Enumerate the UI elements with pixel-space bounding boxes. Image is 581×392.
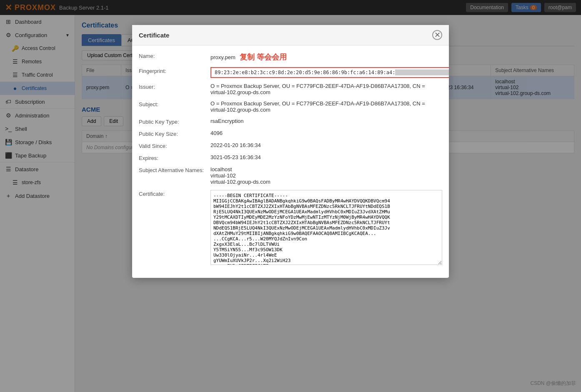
field-fingerprint-value: 89:23:2e:e8:b2:3c:c9:8d:2e:20:d5:9e:86:8…	[210, 67, 449, 78]
field-expires-value: 3021-05-23 16:36:34	[210, 154, 442, 160]
field-cert-value: -----BEGIN CERTIFICATE----- MIIGGjCCBAKg…	[210, 190, 442, 266]
field-subject-value: O = Proxmox Backup Server, OU = FC779FCB…	[210, 100, 442, 113]
field-subject-row: Subject: O = Proxmox Backup Server, OU =…	[139, 100, 442, 113]
modal-header: Certificate ✕	[132, 25, 449, 45]
cert-name: proxy.pem	[210, 54, 235, 60]
cert-textarea[interactable]: -----BEGIN CERTIFICATE----- MIIGGjCCBAKg…	[210, 190, 442, 265]
field-issuer-row: Issuer: O = Proxmox Backup Server, OU = …	[139, 83, 442, 95]
field-cert-row: Certificate: -----BEGIN CERTIFICATE-----…	[139, 190, 442, 266]
field-issuer-label: Issuer:	[139, 83, 205, 90]
field-pubkey-size-value: 4096	[210, 130, 442, 136]
field-expires-row: Expires: 3021-05-23 16:36:34	[139, 154, 442, 161]
field-pubkey-type-row: Public Key Type: rsaEncryption	[139, 118, 442, 125]
field-pubkey-size-row: Public Key Size: 4096	[139, 130, 442, 137]
field-name-row: Name: proxy.pem 复制 等会会用	[139, 52, 442, 62]
modal-overlay: Certificate ✕ Name: proxy.pem 复制 等会会用 Fi…	[0, 0, 581, 392]
field-valid-since-label: Valid Since:	[139, 142, 205, 149]
field-pubkey-size-label: Public Key Size:	[139, 130, 205, 137]
field-valid-since-row: Valid Since: 2022-01-20 16:36:34	[139, 142, 442, 149]
modal-body: Name: proxy.pem 复制 等会会用 Fingerprint: 89:…	[132, 45, 449, 278]
copy-hint: 复制 等会会用	[240, 52, 287, 62]
field-name-label: Name:	[139, 52, 205, 59]
modal-title: Certificate	[139, 32, 169, 39]
field-issuer-value: O = Proxmox Backup Server, OU = FC779FCB…	[210, 83, 442, 95]
field-subject-label: Subject:	[139, 100, 205, 107]
field-name-value: proxy.pem 复制 等会会用	[210, 52, 442, 62]
field-fingerprint-row: Fingerprint: 89:23:2e:e8:b2:3c:c9:8d:2e:…	[139, 67, 442, 78]
field-pubkey-type-value: rsaEncryption	[210, 118, 442, 124]
field-pubkey-type-label: Public Key Type:	[139, 118, 205, 125]
certificate-modal: Certificate ✕ Name: proxy.pem 复制 等会会用 Fi…	[132, 25, 449, 278]
field-expires-label: Expires:	[139, 154, 205, 161]
modal-close-button[interactable]: ✕	[432, 30, 442, 40]
field-san-label: Subject Alternative Names:	[139, 166, 205, 173]
field-cert-label: Certificate:	[139, 190, 205, 197]
field-san-value: localhost virtual-102 virtual-102.group-…	[210, 166, 442, 185]
field-fingerprint-label: Fingerprint:	[139, 67, 205, 74]
field-valid-since-value: 2022-01-20 16:36:34	[210, 142, 442, 148]
fingerprint-box: 89:23:2e:e8:b2:3c:c9:8d:2e:20:d5:9e:86:8…	[210, 67, 449, 78]
field-san-row: Subject Alternative Names: localhost vir…	[139, 166, 442, 185]
